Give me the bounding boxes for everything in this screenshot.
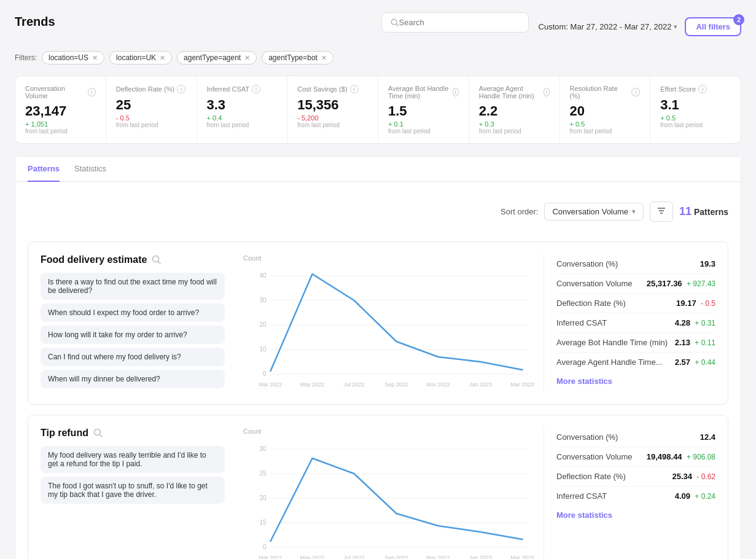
pattern-card-tip-refund: Tip refund My food delivery was really t… <box>28 415 728 559</box>
info-icon: i <box>453 88 459 96</box>
filter-chip-location-uk[interactable]: location=UK ✕ <box>109 51 172 64</box>
utterance-chip: Can I find out where my food delivery is… <box>41 348 225 366</box>
stat-row: Deflection Rate (%) 19.17 - 0.5 <box>556 294 715 313</box>
pattern-stats-tip-refund: Conversation (%) 12.4 Conversation Volum… <box>544 428 715 559</box>
search-icon[interactable] <box>152 255 162 265</box>
metric-cost-savings: Cost Savings ($) i 15,356 - 5,200 from l… <box>287 76 378 143</box>
svg-text:Sep 2022: Sep 2022 <box>384 381 408 388</box>
stat-row: Inferred CSAT 4.28 + 0.31 <box>556 313 715 333</box>
info-icon: i <box>177 85 185 93</box>
info-icon: i <box>698 85 707 93</box>
svg-text:Mar 2022: Mar 2022 <box>259 381 282 388</box>
svg-text:Mar 2022: Mar 2022 <box>259 555 282 559</box>
stat-row: Conversation Volume 25,317.36 + 927.43 <box>556 274 715 294</box>
metrics-row: Conversation Volume i 23,147 + 1,051 fro… <box>15 76 741 144</box>
svg-text:Jul 2022: Jul 2022 <box>343 555 364 559</box>
metric-effort-score: Effort Score i 3.1 + 0.5 from last perio… <box>650 76 741 143</box>
metric-conversation-volume: Conversation Volume i 23,147 + 1,051 fro… <box>15 76 106 143</box>
stat-row: Conversation (%) 19.3 <box>556 254 715 274</box>
svg-line-1 <box>396 24 398 26</box>
search-input[interactable] <box>399 18 520 27</box>
pattern-left-tip-refund: Tip refund My food delivery was really t… <box>41 428 237 559</box>
stat-row: Inferred CSAT 4.09 + 0.24 <box>556 487 715 506</box>
close-icon[interactable]: ✕ <box>244 54 250 62</box>
svg-text:30: 30 <box>259 445 267 452</box>
svg-text:Jan 2023: Jan 2023 <box>469 555 492 559</box>
filter-chip-agent-type-agent[interactable]: agentType=agent ✕ <box>177 51 257 64</box>
close-icon[interactable]: ✕ <box>321 54 327 62</box>
svg-text:Nov 2022: Nov 2022 <box>426 381 450 388</box>
stat-row: Conversation Volume 19,498.44 + 906.08 <box>556 447 715 467</box>
filters-row: Filters: location=US ✕ location=UK ✕ age… <box>15 51 741 64</box>
more-statistics-link[interactable]: More statistics <box>556 377 612 386</box>
page-title: Trends <box>15 15 55 29</box>
svg-text:Nov 2022: Nov 2022 <box>426 555 450 559</box>
svg-text:20: 20 <box>259 495 267 501</box>
svg-text:Jan 2023: Jan 2023 <box>469 381 492 388</box>
svg-text:0: 0 <box>263 544 267 550</box>
svg-text:40: 40 <box>259 272 267 279</box>
info-icon: i <box>631 88 640 96</box>
sort-order-select[interactable]: Conversation Volume ▾ <box>544 203 644 221</box>
svg-text:25: 25 <box>259 470 267 477</box>
filter-count-badge: 2 <box>733 14 744 25</box>
svg-text:10: 10 <box>259 346 267 353</box>
tab-patterns[interactable]: Patterns <box>28 157 60 182</box>
utterance-chip: When will my dinner be delivered? <box>41 370 225 388</box>
pattern-card-food-delivery: Food delivery estimate Is there a way to… <box>28 241 728 405</box>
utterance-chip: How long will it take for my order to ar… <box>41 326 225 344</box>
info-icon: i <box>88 88 96 96</box>
svg-text:15: 15 <box>259 519 267 526</box>
metric-bot-handle-time: Average Bot Handle Time (min) i 1.5 + 0.… <box>378 76 469 143</box>
close-icon[interactable]: ✕ <box>160 54 165 62</box>
filters-label: Filters: <box>15 53 37 62</box>
search-icon[interactable] <box>93 428 103 438</box>
stat-row: Average Bot Handle Time (min) 2.13 + 0.1… <box>556 333 715 353</box>
stat-row: Deflection Rate (%) 25.34 - 0.62 <box>556 467 715 487</box>
tab-statistics[interactable]: Statistics <box>74 157 106 182</box>
utterance-chip: When should I expect my food order to ar… <box>41 303 225 322</box>
search-icon <box>391 18 399 27</box>
info-icon: i <box>350 85 359 93</box>
stat-row: Conversation (%) 12.4 <box>556 428 715 447</box>
metric-agent-handle-time: Average Agent Handle Time (min) i 2.2 + … <box>469 76 560 143</box>
close-icon[interactable]: ✕ <box>92 54 98 62</box>
search-bar[interactable] <box>381 12 529 33</box>
svg-text:30: 30 <box>259 297 267 303</box>
svg-text:Mar 2023: Mar 2023 <box>510 555 534 559</box>
metric-inferred-csat: Inferred CSAT i 3.3 + 0.4 from last peri… <box>197 76 288 143</box>
date-range[interactable]: Custom: Mar 27, 2022 - Mar 27, 2022 ▾ <box>539 22 678 31</box>
chart-svg-tip-refund: 30 25 20 15 0 Mar 2022 May 2022 <box>243 440 537 559</box>
chevron-down-icon: ▾ <box>632 208 636 216</box>
info-icon: i <box>252 85 260 93</box>
svg-text:May 2022: May 2022 <box>300 381 325 388</box>
metric-deflection-rate: Deflection Rate (%) i 25 - 0.5 from last… <box>106 76 197 143</box>
svg-text:May 2022: May 2022 <box>300 555 325 559</box>
svg-text:0: 0 <box>263 370 267 377</box>
svg-text:Jul 2022: Jul 2022 <box>343 381 364 388</box>
filter-chip-agent-type-bot[interactable]: agentType=bot ✕ <box>262 51 333 64</box>
svg-line-25 <box>99 435 102 437</box>
chevron-down-icon: ▾ <box>674 23 677 31</box>
metric-resolution-rate: Resolution Rate (%) i 20 + 0.5 from last… <box>560 76 651 143</box>
pattern-left-food-delivery: Food delivery estimate Is there a way to… <box>41 254 237 392</box>
pattern-title-food-delivery: Food delivery estimate <box>41 254 225 265</box>
filter-icon <box>657 206 666 216</box>
filter-options-button[interactable] <box>650 201 673 222</box>
svg-line-6 <box>158 262 161 264</box>
pattern-chart-food-delivery: Count 40 30 20 10 0 <box>237 254 544 392</box>
more-statistics-link[interactable]: More statistics <box>556 510 612 520</box>
all-filters-button[interactable]: All filters 2 <box>685 17 741 36</box>
utterance-chip: The food I got wasn't up to snuff, so I'… <box>41 477 225 504</box>
sort-order-label: Sort order: <box>501 207 538 216</box>
svg-text:Sep 2022: Sep 2022 <box>384 555 408 559</box>
svg-text:20: 20 <box>259 321 267 328</box>
pattern-title-tip-refund: Tip refund <box>41 428 225 439</box>
svg-text:Mar 2023: Mar 2023 <box>510 381 534 388</box>
utterance-chip: My food delivery was really terrible and… <box>41 446 225 473</box>
filter-chip-location-us[interactable]: location=US ✕ <box>42 51 104 64</box>
pattern-stats-food-delivery: Conversation (%) 19.3 Conversation Volum… <box>544 254 715 392</box>
utterance-chip: Is there a way to find out the exact tim… <box>41 273 225 300</box>
tabs: Patterns Statistics <box>15 157 741 182</box>
patterns-count: 11 Patterns <box>679 205 728 218</box>
